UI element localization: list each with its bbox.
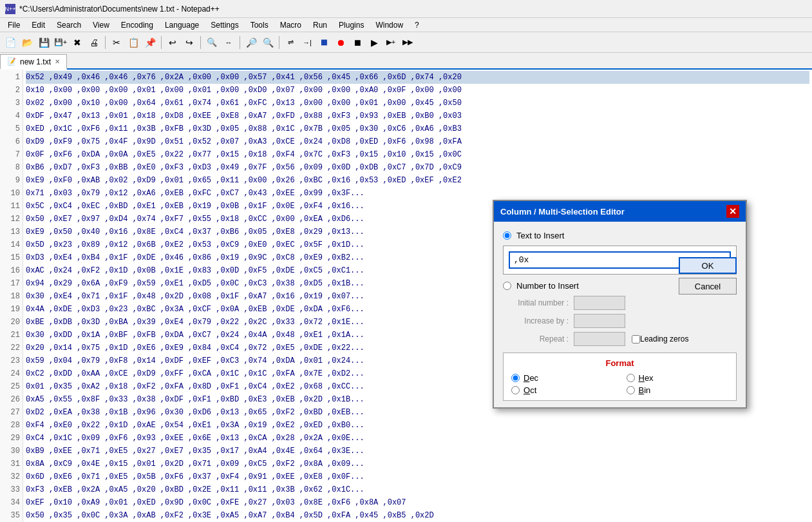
number-insert-section: Initial number : Increase by : Repeat : … [503,296,737,346]
format-dec-row: Dec [511,373,614,383]
format-bin-row: Bin [627,385,729,395]
leading-zeros-label[interactable]: Leading zeros [640,334,688,343]
format-bin-label[interactable]: Bin [639,385,651,395]
dialog-close-button[interactable]: ✕ [726,205,739,218]
number-insert-radio[interactable] [503,282,511,290]
text-insert-radio[interactable] [503,231,511,240]
leading-zeros-checkbox[interactable] [632,335,640,343]
number-insert-label[interactable]: Number to Insert [516,281,579,291]
format-bin-radio[interactable] [627,386,635,394]
dialog-title-bar: Column / Multi-Selection Editor ✕ [494,201,746,222]
increase-by-label: Increase by : [503,316,574,325]
column-editor-dialog: Column / Multi-Selection Editor ✕ OK Can… [493,200,747,409]
dialog-body: OK Cancel Text to Insert Number to Inser… [494,222,746,407]
dialog-action-buttons: OK Cancel [679,257,737,295]
initial-number-input[interactable] [574,296,625,310]
repeat-input[interactable] [574,332,625,346]
increase-by-row: Increase by : [503,314,737,328]
ok-button[interactable]: OK [679,257,737,274]
text-insert-label[interactable]: Text to Insert [516,231,564,240]
repeat-label: Repeat : [503,334,574,343]
format-title: Format [511,358,728,368]
format-hex-row: Hex [627,373,729,383]
format-dec-radio[interactable] [511,374,520,382]
initial-number-label: Initial number : [503,298,574,307]
repeat-row: Repeat : Leading zeros [503,332,737,346]
format-oct-row: Oct [511,385,614,395]
format-section: Format Dec Hex Oct Bin [503,353,737,401]
format-hex-label[interactable]: Hex [639,373,654,383]
initial-number-row: Initial number : [503,296,737,310]
format-dec-label[interactable]: Dec [524,373,538,383]
cancel-button[interactable]: Cancel [679,278,737,295]
format-hex-radio[interactable] [627,374,635,382]
text-insert-radio-row: Text to Insert [503,231,737,240]
format-oct-radio[interactable] [511,386,520,394]
dialog-title-text: Column / Multi-Selection Editor [500,207,625,217]
increase-by-input[interactable] [574,314,625,328]
format-oct-label[interactable]: Oct [524,385,536,395]
format-radios: Dec Hex Oct Bin [511,373,728,395]
